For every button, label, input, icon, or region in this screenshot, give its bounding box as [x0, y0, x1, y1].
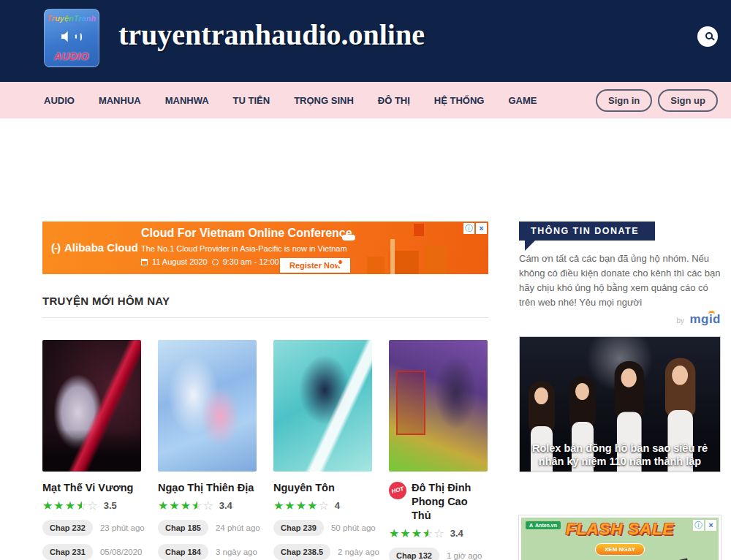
star-full-icon: ★	[307, 500, 318, 512]
ad-date: 11 August 2020	[152, 257, 208, 266]
rating-row: ★★★★☆ 4	[273, 500, 372, 512]
nav-item-manhwa[interactable]: MANHWA	[165, 95, 209, 106]
nav-item-audio[interactable]: AUDIO	[44, 95, 75, 106]
ad-close-icon[interactable]: ×	[476, 223, 487, 234]
comic-title[interactable]: Nguyên Tôn	[273, 481, 372, 495]
flash-sale-ad[interactable]: A Anten.vn FLASH SALE XEM NGAY ⓘ ×	[519, 515, 721, 560]
sign-up-button[interactable]: Sign up	[658, 89, 718, 112]
chapter-row: Chap 239 50 phút ago	[273, 520, 372, 536]
donate-banner-title: THÔNG TIN DONATE	[519, 222, 655, 241]
comic-card: HOT Đô Thị Đỉnh Phong Cao Thủ ★★★☆★☆ 3.4…	[389, 340, 488, 560]
building-illustration	[424, 245, 446, 274]
comic-cover[interactable]	[273, 340, 372, 472]
chapter-button[interactable]: Chap 238.5	[273, 544, 330, 560]
chapter-time: 50 phút ago	[331, 523, 376, 532]
mgid-by-label: by	[676, 317, 684, 325]
star-full-icon: ★	[296, 500, 307, 512]
chapter-row: Chap 132 1 giờ ago	[389, 548, 488, 560]
nav-item-trong-sinh[interactable]: TRỌNG SINH	[294, 95, 354, 106]
mgid-attribution[interactable]: by mgid	[519, 312, 721, 327]
ad-subtitle: The No.1 Cloud Provider in Asia-Pacific …	[141, 244, 347, 253]
star-rating: ★★★☆★☆	[389, 528, 445, 540]
ad-close-icon[interactable]: ×	[705, 520, 716, 531]
comic-cover[interactable]	[389, 340, 488, 472]
star-full-icon: ★	[53, 500, 64, 512]
chapter-time: 2 ngày ago	[338, 548, 379, 556]
site-title[interactable]: truyentranhaudio.online	[118, 18, 425, 52]
nav-item-he-thong[interactable]: HỆ THỐNG	[434, 95, 485, 106]
chapter-list: Chap 185 24 phút ago Chap 184 3 ngày ago	[158, 520, 257, 560]
star-half-icon: ☆★	[423, 528, 433, 540]
comic-cover[interactable]	[158, 340, 257, 472]
chapter-time: 23 phút ago	[100, 523, 145, 532]
star-empty-icon: ☆	[318, 500, 329, 512]
chapter-button[interactable]: Chap 239	[273, 520, 324, 536]
ad-info-icon[interactable]: ⓘ	[463, 223, 474, 234]
flash-sale-title: FLASH SALE	[521, 520, 719, 539]
comic-card: Mạt Thế Vi Vương ★★★☆★☆ 3.5 Chap 232 23 …	[42, 340, 141, 560]
nav-item--o-thi[interactable]: ĐÔ THỊ	[378, 95, 410, 106]
chapter-list: Chap 232 23 phút ago Chap 231 05/08/2020	[42, 520, 141, 560]
section-title-new-today: TRUYỆN MỚI HÔM NAY	[42, 295, 170, 307]
nav-item-tu-tien[interactable]: TU TIÊN	[233, 95, 270, 106]
chapter-button[interactable]: Chap 184	[158, 544, 208, 560]
speaker-icon	[61, 29, 82, 45]
comic-title[interactable]: HOT Đô Thị Đỉnh Phong Cao Thủ	[389, 481, 488, 523]
chapter-row: Chap 232 23 phút ago	[42, 520, 141, 536]
native-ad[interactable]: Rolex bán đồng hồ bản sao siêu rẻ nhân k…	[519, 336, 721, 472]
main-nav: AUDIOMANHUAMANHWATU TIÊNTRỌNG SINHĐÔ THỊ…	[0, 82, 731, 118]
chapter-list: Chap 132 1 giờ ago Chap 131 05/08/2020	[389, 548, 488, 560]
tower-illustration	[390, 239, 395, 274]
comic-title[interactable]: Mạt Thế Vi Vương	[42, 481, 141, 495]
star-empty-icon: ☆	[202, 500, 213, 512]
alibaba-logo-icon: (-)	[51, 241, 60, 254]
site-header: TruyệnTranh AUDIO truyentranhaudio.onlin…	[0, 0, 731, 82]
star-full-icon: ★	[65, 500, 76, 512]
chapter-time: 1 giờ ago	[447, 551, 482, 560]
chapter-list: Chap 239 50 phút ago Chap 238.5 2 ngày a…	[273, 520, 372, 560]
chapter-button[interactable]: Chap 185	[158, 520, 208, 536]
hot-badge: HOT	[387, 480, 408, 501]
rating-value: 3.4	[219, 500, 232, 511]
alibaba-ad-banner[interactable]: (-) Alibaba Cloud Cloud For Vietnam Onli…	[42, 222, 488, 274]
alibaba-cloud-logo: (-) Alibaba Cloud	[51, 241, 138, 254]
star-full-icon: ★	[169, 500, 180, 512]
xem-ngay-button[interactable]: XEM NGAY	[595, 543, 645, 556]
donate-text: Cám ơn tất cả các bạn đã ủng hộ nhóm. Nế…	[519, 251, 724, 311]
ad-controls: ⓘ ×	[463, 223, 487, 234]
nav-item-manhua[interactable]: MANHUA	[99, 95, 141, 106]
nav-item-game[interactable]: GAME	[508, 95, 537, 106]
comic-grid: Mạt Thế Vi Vương ★★★☆★☆ 3.5 Chap 232 23 …	[42, 340, 493, 560]
native-ad-caption: Rolex bán đồng hồ bản sao siêu rẻ nhân k…	[528, 442, 712, 468]
comic-card: Nguyên Tôn ★★★★☆ 4 Chap 239 50 phút ago …	[273, 340, 372, 560]
logo-text-top: TruyệnTranh	[48, 14, 96, 23]
comic-title[interactable]: Ngạo Thị Thiên Địa	[158, 481, 257, 495]
ad-title: Cloud For Vietnam Online Conference	[141, 227, 352, 240]
star-rating: ★★★★☆	[273, 500, 330, 512]
star-empty-icon: ☆	[87, 500, 98, 512]
chapter-button[interactable]: Chap 232	[42, 520, 93, 536]
chapter-row: Chap 238.5 2 ngày ago	[273, 544, 372, 560]
site-logo[interactable]: TruyệnTranh AUDIO	[44, 9, 99, 67]
star-full-icon: ★	[284, 500, 295, 512]
ad-controls: ⓘ ×	[693, 520, 716, 531]
cloud-illustration	[342, 235, 355, 241]
sign-in-button[interactable]: Sign in	[596, 89, 652, 112]
search-button[interactable]	[697, 26, 718, 47]
comic-card: Ngạo Thị Thiên Địa ★★★☆★☆ 3.4 Chap 185 2…	[158, 340, 257, 560]
chapter-button[interactable]: Chap 231	[42, 544, 93, 560]
star-full-icon: ★	[181, 500, 192, 512]
star-empty-icon: ☆	[433, 528, 444, 540]
chapter-row: Chap 184 3 ngày ago	[158, 544, 257, 560]
mgid-logo: mgid	[689, 312, 721, 327]
comic-cover[interactable]	[42, 340, 141, 472]
chapter-row: Chap 185 24 phút ago	[158, 520, 257, 536]
ad-info-icon[interactable]: ⓘ	[693, 520, 704, 531]
chapter-button[interactable]: Chap 132	[389, 548, 439, 560]
calendar-icon	[141, 259, 148, 265]
clock-icon	[212, 259, 219, 265]
star-full-icon: ★	[400, 528, 411, 540]
star-rating: ★★★☆★☆	[42, 500, 99, 512]
rating-value: 4	[335, 500, 340, 511]
star-half-icon: ☆★	[192, 500, 202, 512]
